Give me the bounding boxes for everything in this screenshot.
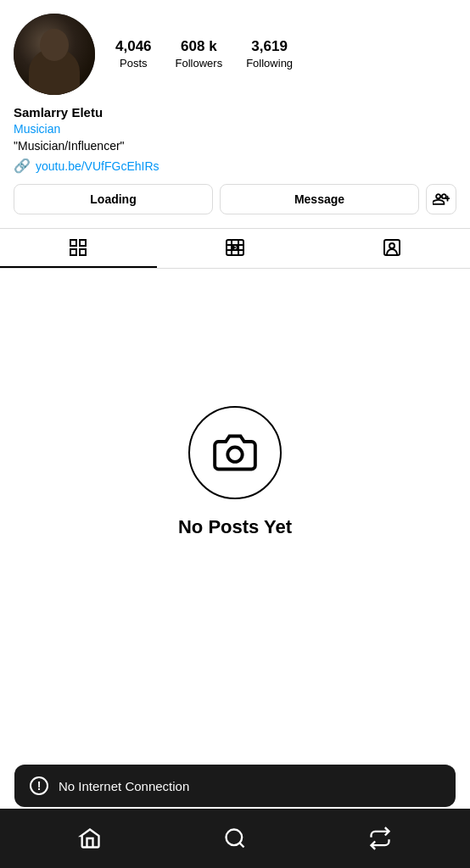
followers-label: Followers	[176, 57, 223, 70]
home-icon	[78, 826, 102, 850]
grid-icon	[68, 237, 88, 258]
profile-header: 4,046 Posts 608 k Followers 3,619 Follow…	[0, 0, 470, 95]
svg-point-9	[227, 448, 242, 462]
nav-search[interactable]	[216, 820, 254, 857]
action-buttons: Loading Message	[0, 174, 470, 225]
bottom-nav	[0, 809, 470, 868]
tab-tagged[interactable]	[313, 229, 470, 268]
svg-marker-6	[233, 246, 237, 249]
message-button[interactable]: Message	[220, 184, 419, 214]
profile-link-url[interactable]: youtu.be/VUfFGcEhIRs	[36, 159, 159, 173]
nav-home[interactable]	[71, 820, 109, 857]
tabs-row	[0, 228, 470, 269]
svg-rect-3	[80, 249, 86, 255]
svg-rect-2	[70, 249, 76, 255]
avatar	[14, 14, 95, 95]
no-posts-text: No Posts Yet	[178, 516, 292, 538]
search-icon	[223, 826, 247, 850]
tab-grid[interactable]	[0, 229, 157, 268]
stat-posts: 4,046 Posts	[115, 39, 152, 70]
followers-count: 608 k	[181, 39, 217, 55]
loading-button[interactable]: Loading	[14, 184, 213, 214]
profile-link-row: 🔗 youtu.be/VUfFGcEhIRs	[14, 158, 456, 174]
following-label: Following	[246, 57, 293, 70]
add-friend-button[interactable]	[426, 184, 456, 214]
nav-share[interactable]	[361, 820, 399, 857]
posts-count: 4,046	[115, 39, 152, 55]
camera-icon	[213, 431, 257, 475]
notification-bar: ! No Internet Connection	[14, 765, 456, 807]
add-person-icon	[433, 191, 450, 208]
profile-bio: "Musician/Influencer"	[14, 138, 456, 155]
share-icon	[368, 826, 392, 850]
reels-icon	[225, 237, 245, 258]
stats-row: 4,046 Posts 608 k Followers 3,619 Follow…	[115, 39, 293, 70]
link-icon: 🔗	[14, 158, 31, 174]
tagged-icon	[382, 237, 402, 258]
svg-point-8	[389, 243, 394, 248]
content-area: No Posts Yet	[0, 269, 470, 676]
tab-reels[interactable]	[157, 229, 314, 268]
stat-followers: 608 k Followers	[176, 39, 223, 70]
avatar-image	[14, 14, 95, 95]
notif-warning-icon: !	[30, 776, 48, 795]
svg-rect-1	[80, 240, 86, 246]
profile-name: Samlarry Eletu	[14, 103, 456, 121]
stat-following: 3,619 Following	[246, 39, 293, 70]
profile-category: Musician	[14, 121, 456, 138]
posts-label: Posts	[120, 57, 148, 70]
svg-point-10	[226, 830, 242, 846]
following-count: 3,619	[251, 39, 288, 55]
profile-info: Samlarry Eletu Musician "Musician/Influe…	[0, 95, 470, 174]
camera-circle	[188, 406, 282, 499]
svg-rect-0	[70, 240, 76, 246]
notif-text: No Internet Connection	[59, 779, 189, 793]
